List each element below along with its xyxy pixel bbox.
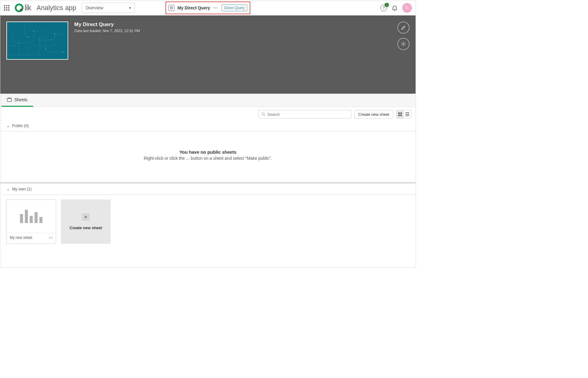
app-icon [169, 5, 175, 11]
section-myown-label: My own (1) [12, 187, 32, 191]
sheet-name-label: My new sheet [10, 236, 32, 240]
svg-point-11 [262, 113, 264, 115]
section-public-label: Public (0) [12, 123, 29, 128]
dropdown-value: Overview [85, 5, 103, 10]
svg-rect-17 [406, 114, 409, 115]
app-title-group: My Direct Query ··· Direct Query [165, 2, 250, 14]
svg-point-7 [54, 33, 55, 35]
search-input-wrap[interactable] [259, 110, 351, 119]
app-thumbnail [6, 22, 68, 60]
svg-rect-16 [406, 112, 409, 113]
chevron-down-icon: ⌄ [6, 187, 10, 191]
svg-rect-10 [7, 99, 12, 102]
notification-count-badge: 1 [385, 3, 389, 7]
hero-title: My Direct Query [74, 22, 140, 28]
app-name-label: My Direct Query [178, 5, 210, 10]
search-icon [261, 112, 266, 116]
view-dropdown[interactable]: Overview ▾ [82, 3, 135, 13]
svg-point-6 [45, 48, 46, 49]
create-sheet-card-label: Create new sheet [70, 226, 102, 230]
user-avatar[interactable]: TL [402, 3, 412, 13]
edit-button[interactable] [397, 22, 409, 34]
svg-point-1 [18, 42, 19, 44]
logo-text: lik [25, 3, 31, 12]
svg-point-4 [51, 39, 52, 41]
svg-point-3 [39, 39, 40, 41]
svg-point-8 [63, 51, 64, 52]
sheet-more-icon[interactable]: ··· [49, 236, 53, 240]
logo-q-icon [15, 4, 23, 12]
create-sheet-button[interactable]: Create new sheet [354, 110, 393, 119]
app-launcher-icon[interactable] [4, 5, 9, 11]
svg-point-5 [27, 36, 28, 38]
sheet-card[interactable]: My new sheet ··· [6, 199, 56, 244]
section-myown-toggle[interactable]: ⌄ My own (1) [0, 182, 416, 195]
tab-sheets[interactable]: Sheets [2, 94, 33, 107]
svg-rect-18 [406, 115, 409, 116]
app-hero: My Direct Query Data last loaded: Nov 7,… [0, 15, 416, 94]
svg-rect-13 [400, 112, 402, 114]
svg-point-9 [403, 43, 404, 45]
sheet-preview [7, 200, 56, 233]
grid-view-button[interactable] [396, 110, 404, 118]
tab-bar: Sheets [0, 94, 416, 107]
hero-subtitle: Data last loaded: Nov 7, 2023, 12:51 PM [74, 29, 140, 33]
bar-chart-icon [20, 210, 42, 223]
app-type-label: Analytics app [37, 4, 76, 12]
search-input[interactable] [267, 112, 349, 117]
svg-rect-12 [398, 112, 400, 114]
svg-rect-15 [400, 115, 402, 116]
list-view-button[interactable] [404, 110, 411, 118]
chevron-down-icon: ▾ [129, 6, 131, 10]
qlik-logo[interactable]: lik [15, 3, 31, 12]
plus-icon: + [82, 213, 89, 221]
empty-title: You have no public sheets [0, 149, 416, 155]
direct-query-badge: Direct Query [222, 5, 247, 11]
view-toggle [396, 110, 411, 119]
sheet-icon [7, 98, 12, 102]
section-public-toggle[interactable]: ⌄ Public (0) [0, 120, 416, 131]
tab-sheets-label: Sheets [14, 97, 28, 102]
empty-body: Right-click or click the ... button on a… [0, 156, 416, 161]
public-empty-state: You have no public sheets Right-click or… [0, 131, 416, 182]
app-more-icon[interactable]: ··· [213, 5, 219, 10]
svg-point-2 [33, 30, 34, 32]
chevron-down-icon: ⌄ [6, 123, 10, 128]
svg-rect-14 [398, 115, 400, 116]
notifications-icon[interactable] [391, 5, 398, 11]
settings-button[interactable] [397, 38, 409, 50]
create-sheet-card[interactable]: + Create new sheet [61, 199, 111, 244]
